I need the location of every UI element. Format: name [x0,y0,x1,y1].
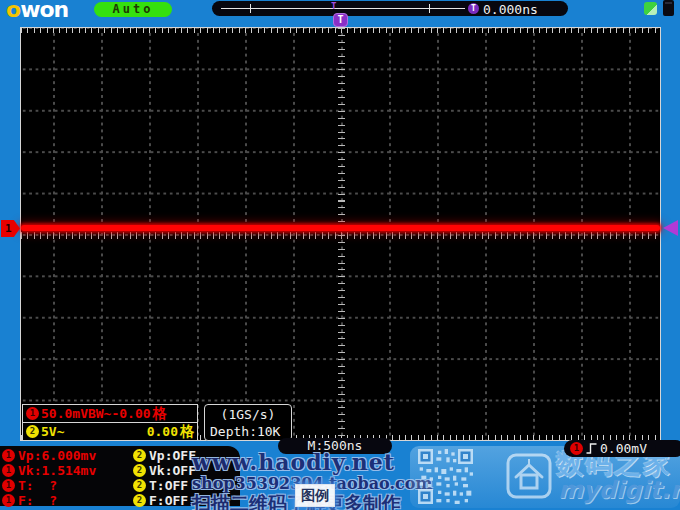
logo-rest: won [20,0,68,22]
meas-value: T:OFF [149,478,188,493]
trigger-level-readout: 0.00mV [600,441,647,456]
meas-ch1-t: 1 T: ? [2,478,57,492]
meas-value: F: ? [18,493,57,508]
ch1-ground-marker: 1 [1,220,20,237]
ch1-badge: 1 [2,464,15,477]
meas-ch2-t: 2 T:OFF [133,478,188,492]
ch2-badge: 2 [133,479,146,492]
qr-code [418,449,473,504]
ch1-badge: 1 [2,449,15,462]
ch2-offset-unit: 格 [180,423,194,441]
trigger-icon: T [468,3,479,14]
ch1-trace [21,225,660,231]
trigger-status-pill: 1 0.00mV [564,440,680,457]
ch1-badge: 1 [2,494,15,507]
ch2-offset: 0.00 [147,424,178,439]
ch2-badge: 2 [133,494,146,507]
watermark-stamp: 图例 [295,484,335,507]
center-horizontal-ticks [21,232,660,239]
meas-value: T: ? [18,478,57,493]
house-logo-icon [506,453,552,499]
battery-icon [663,0,674,16]
horizontal-position-bar: T T 0.000ns [212,1,568,16]
watermark-mydigit-domain: mydigit.net [558,476,680,504]
owon-logo: owon [6,0,68,22]
usb-icon [644,2,657,15]
ch1-scale-coupling: 50.0mVBW~-0.00 [41,406,151,421]
meas-value: Vk:OFF [149,463,196,478]
meas-ch1-vp: 1 Vp:6.000mv [2,448,96,462]
watermark-site: www.haodiy.net [192,449,438,475]
window-left-bracket [250,4,251,13]
meas-value: Vp:OFF [149,448,196,463]
trigger-source-badge: 1 [570,442,583,455]
trigger-level-marker [663,220,678,236]
meas-value: F:OFF [149,493,188,508]
ch2-badge: 2 [26,425,39,438]
ch1-badge: 1 [26,407,39,420]
trigger-horizontal-marker: T [333,13,348,27]
acquisition-info-box: (1GS/s) Depth:10K [204,404,292,441]
oscilloscope-screen: owon Auto T T 0.000ns 1 T 1 50.0mVBW~-0.… [0,0,680,510]
ch2-scale: 5V~ [41,424,64,439]
ch2-info-box: 2 5V~ 0.00 格 [22,422,198,441]
ch2-badge: 2 [133,449,146,462]
ch1-badge: 1 [2,479,15,492]
ch1-info-box: 1 50.0mVBW~-0.00 格 [22,404,198,423]
ch2-badge: 2 [133,464,146,477]
ch1-offset-unit: 格 [153,405,167,423]
meas-ch2-vp: 2 Vp:OFF [133,448,196,462]
rising-edge-icon [586,442,597,455]
acquisition-mode-badge: Auto [94,2,172,17]
window-right-bracket [429,4,430,13]
sample-rate: (1GS/s) [210,406,286,423]
logo-o: o [6,0,20,22]
meas-ch2-f: 2 F:OFF [133,493,188,507]
meas-value: Vk:1.514mv [18,463,96,478]
graticule [20,27,661,441]
memory-depth: Depth:10K [210,423,286,440]
meas-ch1-f: 1 F: ? [2,493,57,507]
meas-value: Vp:6.000mv [18,448,96,463]
meas-ch1-vk: 1 Vk:1.514mv [2,463,96,477]
trigger-time-readout: 0.000ns [483,2,538,17]
trigger-position-mini-marker: T [331,1,336,11]
meas-ch2-vk: 2 Vk:OFF [133,463,196,477]
